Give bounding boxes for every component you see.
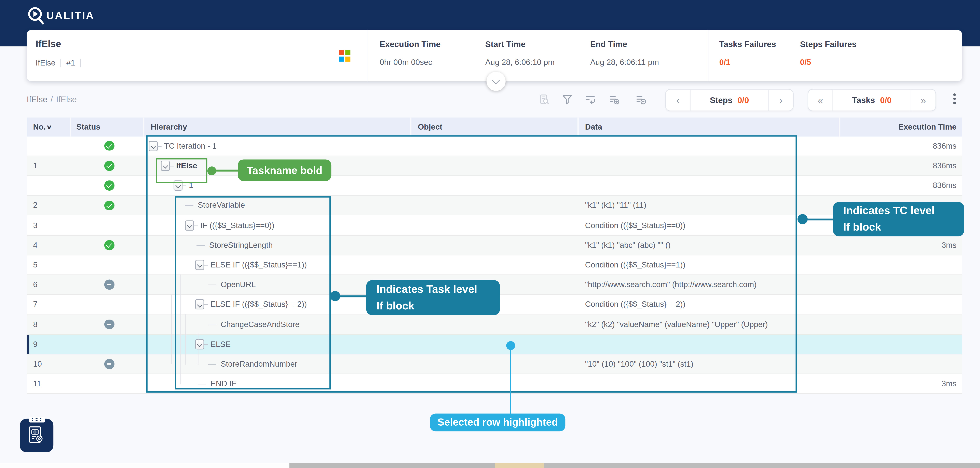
- breadcrumb-suite[interactable]: IfElse: [27, 95, 48, 104]
- wrap-steps-icon[interactable]: [584, 94, 596, 105]
- divider: [60, 59, 61, 67]
- row-execution-time: [840, 335, 963, 354]
- task-level-callout: Indicates Task level If block: [366, 280, 500, 315]
- steps-prev-button[interactable]: ‹: [666, 90, 690, 111]
- row-status: [71, 335, 144, 354]
- row-execution-time: 836ms: [840, 156, 963, 175]
- steps-pager: ‹ Steps 0/0 ›: [665, 89, 794, 111]
- row-number: [27, 136, 71, 155]
- column-header-hierarchy[interactable]: Hierarchy: [144, 117, 412, 136]
- tc-level-callout: Indicates TC level If block: [833, 202, 964, 236]
- row-status: [71, 196, 144, 215]
- sort-desc-icon[interactable]: ∨: [46, 124, 52, 130]
- failures-value: 0/1: [719, 58, 730, 67]
- card-divider: [708, 30, 708, 81]
- row-number: 10: [27, 354, 71, 374]
- row-number: 8: [27, 315, 71, 334]
- steps-next-button[interactable]: ›: [769, 90, 793, 111]
- snapshot-document-icon: [27, 426, 46, 446]
- metric-label: Start Time: [485, 39, 525, 49]
- row-status: [71, 275, 144, 294]
- metric-label: End Time: [590, 39, 627, 49]
- steps-pager-label-group: Steps 0/0: [690, 90, 769, 111]
- row-status: [71, 156, 144, 175]
- row-number: 11: [27, 374, 71, 393]
- task-name: IfElse: [35, 59, 56, 67]
- task-callout-line: [339, 295, 367, 297]
- status-pass-icon: [104, 240, 114, 250]
- tasks-pager-label-group: Tasks 0/0: [832, 90, 911, 111]
- iteration-number: #1: [66, 59, 75, 67]
- row-status: [71, 354, 144, 374]
- horizontal-scrollbar[interactable]: [0, 463, 980, 468]
- tasks-label: Tasks: [852, 95, 875, 105]
- expand-summary-button[interactable]: [487, 72, 506, 91]
- card-divider: [368, 30, 368, 81]
- steps-label: Steps: [710, 95, 732, 105]
- row-status: [71, 235, 144, 255]
- column-header-object[interactable]: Object: [412, 117, 579, 136]
- breadcrumb-testcase[interactable]: IfElse: [56, 95, 77, 104]
- status-pass-icon: [104, 161, 114, 171]
- task-callout-dot: [330, 291, 340, 301]
- breadcrumb-separator: /: [51, 95, 53, 104]
- status-pass-icon: [104, 200, 114, 211]
- row-status: [71, 255, 144, 274]
- report-page: UALITIA IfElse IfElse #1 Execution Time …: [0, 0, 980, 468]
- selected-row-callout-line: [510, 349, 512, 414]
- status-pass-icon: [104, 181, 114, 190]
- column-header-data[interactable]: Data: [579, 117, 840, 136]
- steps-count: 0/0: [737, 95, 749, 105]
- suite-title: IfElse: [35, 38, 61, 49]
- metric-label: Steps Failures: [800, 39, 856, 49]
- taskname-highlight-outline: [156, 158, 207, 183]
- taskname-callout-line: [215, 170, 239, 171]
- status-skipped-icon: [104, 359, 114, 369]
- row-status: [71, 295, 144, 314]
- execution-summary-card: IfElse IfElse #1 Execution Time 0hr 00m …: [27, 30, 963, 81]
- metric-label: Tasks Failures: [719, 39, 776, 49]
- tc-callout-dot: [797, 214, 808, 224]
- filter-icon[interactable]: [562, 94, 573, 105]
- row-status: [71, 374, 144, 393]
- expand-all-icon[interactable]: [609, 94, 620, 105]
- qualitia-logo[interactable]: UALITIA: [27, 6, 95, 27]
- row-number: 9: [27, 335, 71, 354]
- tasks-pager: « Tasks 0/0 »: [808, 89, 936, 111]
- qualitia-logo-text: UALITIA: [46, 9, 95, 21]
- row-number: [27, 176, 71, 195]
- row-execution-time: 3ms: [840, 374, 963, 393]
- fab-tab-icon: [28, 417, 45, 422]
- tasks-prev-button[interactable]: «: [808, 90, 832, 111]
- suite-subtitle: IfElse #1: [35, 59, 81, 67]
- qualitia-q-icon: [27, 6, 46, 27]
- snapshot-settings-button[interactable]: [20, 419, 53, 452]
- column-header-execution-time[interactable]: Execution Time: [840, 117, 963, 136]
- column-header-status[interactable]: Status: [71, 117, 144, 136]
- status-skipped-icon: [104, 280, 114, 290]
- row-number: 5: [27, 255, 71, 274]
- row-execution-time: 836ms: [840, 136, 963, 155]
- row-execution-time: [840, 315, 963, 334]
- failures-value: 0/5: [800, 58, 811, 67]
- selected-row-callout: Selected row highlighted: [430, 414, 565, 432]
- row-number: 4: [27, 235, 71, 255]
- row-number: 3: [27, 216, 71, 235]
- row-number: 2: [27, 196, 71, 215]
- more-options-icon[interactable]: [953, 94, 956, 106]
- metric-value: Aug 28, 6:06:11 pm: [590, 58, 659, 67]
- collapse-all-icon[interactable]: [635, 94, 647, 105]
- report-icon[interactable]: [539, 94, 550, 105]
- tasks-next-button[interactable]: »: [912, 90, 935, 111]
- row-status: [71, 136, 144, 155]
- windows-logo-icon: [339, 50, 350, 62]
- breadcrumb: IfElse/IfElse: [27, 95, 77, 104]
- status-skipped-icon: [104, 320, 114, 330]
- row-number: 1: [27, 156, 71, 175]
- row-execution-time: [840, 275, 963, 294]
- table-header: No.∨ Status Hierarchy Object Data Execut…: [27, 117, 963, 136]
- metric-label: Execution Time: [380, 39, 441, 49]
- row-execution-time: [840, 354, 963, 374]
- column-header-no[interactable]: No.∨: [27, 117, 71, 136]
- metric-value: Aug 28, 6:06:10 pm: [485, 58, 555, 67]
